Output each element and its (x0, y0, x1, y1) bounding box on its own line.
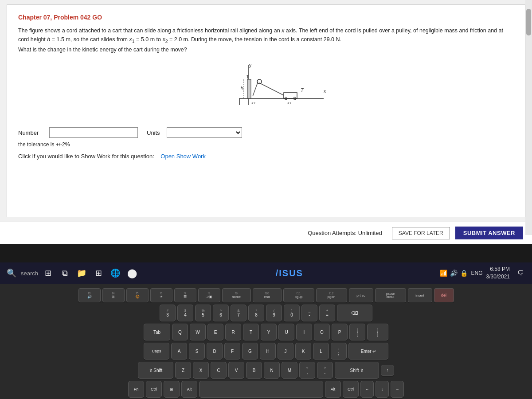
key-b[interactable]: B (246, 362, 262, 379)
key-7[interactable]: & 7 (231, 305, 246, 321)
key-3[interactable]: # 3 (160, 305, 176, 321)
physics-diagram: y x T h (195, 61, 337, 118)
key-comma[interactable]: <, (299, 362, 315, 379)
key-shift-left[interactable]: ⇧ Shift (138, 362, 173, 379)
key-ctrl-left[interactable]: Ctrl (146, 381, 162, 398)
key-r[interactable]: R (225, 324, 241, 340)
key-l[interactable]: L (313, 343, 329, 360)
browser-area: Chapter 07, Problem 042 GO The figure sh… (0, 0, 532, 235)
key-del[interactable]: del (434, 288, 454, 302)
key-period[interactable]: >. (317, 362, 333, 379)
key-g[interactable]: G (242, 343, 258, 360)
key-f3[interactable]: f3🔊 (78, 288, 101, 302)
key-equals[interactable]: + = (319, 305, 335, 321)
search-icon[interactable]: 🔍 (4, 266, 19, 280)
key-arrow-down[interactable]: ↓ (376, 381, 389, 398)
key-f8[interactable]: f8□/▣ (198, 288, 220, 302)
key-s[interactable]: S (189, 343, 205, 360)
windows-start-icon[interactable]: ⊞ (41, 266, 55, 280)
key-t[interactable]: T (243, 324, 259, 340)
key-fn[interactable]: Fn (128, 381, 144, 398)
task-view-icon[interactable]: ⧉ (58, 266, 72, 280)
key-minus[interactable]: _ - (301, 305, 317, 321)
key-a[interactable]: A (171, 343, 187, 360)
key-alt-right[interactable]: Alt (325, 381, 341, 398)
open-show-work-link[interactable]: Open Show Work (160, 153, 206, 160)
taskbar: 🔍 search ⊞ ⧉ 📁 ⊞ 🌐 ⬤ /ISUS 📶 🔊 🔒 ENG 6:5… (0, 262, 532, 284)
key-9[interactable]: ( 9 (266, 305, 282, 321)
key-f7[interactable]: f7☰ (174, 288, 196, 302)
svg-text:h: h (241, 86, 243, 90)
key-f6[interactable]: f6☀ (150, 288, 172, 302)
key-e[interactable]: E (207, 324, 223, 340)
key-f9[interactable]: f9home (222, 288, 251, 302)
key-f12[interactable]: f12pgdn (316, 288, 347, 302)
key-prtsc[interactable]: prt sc (349, 288, 373, 302)
key-win-left[interactable]: ⊞ (164, 381, 180, 398)
key-y[interactable]: Y (261, 324, 277, 340)
key-o[interactable]: O (314, 324, 330, 340)
time-display: 6:58 PM 3/30/2021 (486, 266, 510, 281)
key-f5[interactable]: f5🔆 (126, 288, 149, 302)
key-c[interactable]: C (211, 362, 227, 379)
edge-icon[interactable]: 🌐 (108, 266, 122, 280)
key-shift-right[interactable]: Shift ⇧ (335, 362, 379, 379)
key-n[interactable]: N (264, 362, 280, 379)
key-insert[interactable]: insert (408, 288, 432, 302)
lock-icon[interactable]: 🔒 (460, 270, 468, 277)
key-f10[interactable]: f10end (253, 288, 282, 302)
asus-logo: /ISUS (276, 268, 303, 278)
key-tab[interactable]: Tab (144, 324, 170, 340)
scroll-thumb[interactable] (526, 9, 531, 35)
key-j[interactable]: J (278, 343, 293, 360)
key-bracket-open[interactable]: {[ (349, 324, 365, 340)
key-bracket-close[interactable]: }] (367, 324, 388, 340)
key-caps[interactable]: Caps (144, 343, 169, 360)
taskbar-app1-icon[interactable]: ⊞ (91, 266, 106, 280)
key-4[interactable]: $ 4 (177, 305, 193, 321)
key-q[interactable]: Q (172, 324, 188, 340)
key-alt-left[interactable]: Alt (181, 381, 197, 398)
key-z[interactable]: Z (175, 362, 191, 379)
key-x[interactable]: X (193, 362, 209, 379)
key-f11[interactable]: f11pgup (283, 288, 314, 302)
key-w[interactable]: W (190, 324, 206, 340)
key-arrow-up[interactable]: ↑ (381, 365, 394, 376)
taskbar-search-label[interactable]: search (21, 270, 38, 277)
key-k[interactable]: K (295, 343, 311, 360)
wifi-icon[interactable]: 📶 (440, 270, 447, 277)
submit-answer-button[interactable]: SUBMIT ANSWER (455, 227, 523, 239)
problem-text: The figure shows a cord attached to a ca… (18, 26, 514, 54)
key-ctrl-right[interactable]: Ctrl (343, 381, 359, 398)
key-m[interactable]: M (282, 362, 297, 379)
key-0[interactable]: ) 0 (284, 305, 300, 321)
units-select[interactable]: J kJ N m (167, 127, 242, 138)
key-p[interactable]: P (332, 324, 348, 340)
save-for-later-button[interactable]: SAVE FOR LATER (392, 227, 450, 239)
key-v[interactable]: V (228, 362, 244, 379)
key-pause-break[interactable]: pausebreak (375, 288, 406, 302)
scrollbar[interactable] (525, 0, 532, 235)
key-5[interactable]: % 5 (195, 305, 211, 321)
key-f[interactable]: F (224, 343, 240, 360)
number-input[interactable] (49, 127, 138, 138)
key-enter[interactable]: Enter ↵ (348, 343, 388, 360)
key-6[interactable]: ^ 6 (213, 305, 229, 321)
key-u[interactable]: U (278, 324, 294, 340)
svg-text:T: T (301, 87, 304, 93)
key-i[interactable]: I (296, 324, 312, 340)
key-d[interactable]: D (207, 343, 223, 360)
key-semicolon[interactable]: :; (331, 343, 347, 360)
notification-icon[interactable]: 🗨 (513, 266, 528, 280)
key-space[interactable] (199, 381, 323, 398)
key-arrow-left[interactable]: ← (360, 381, 374, 398)
file-explorer-icon[interactable]: 📁 (74, 266, 89, 280)
chrome-icon[interactable]: ⬤ (125, 266, 139, 280)
attempts-text: Question Attempts: Unlimited (308, 230, 382, 236)
volume-icon[interactable]: 🔊 (450, 270, 458, 277)
key-f4[interactable]: f4⊞ (102, 288, 125, 302)
key-8[interactable]: * 8 (248, 305, 264, 321)
key-h[interactable]: H (260, 343, 276, 360)
key-arrow-right[interactable]: → (391, 381, 404, 398)
key-backspace[interactable]: ⌫ (337, 305, 372, 321)
